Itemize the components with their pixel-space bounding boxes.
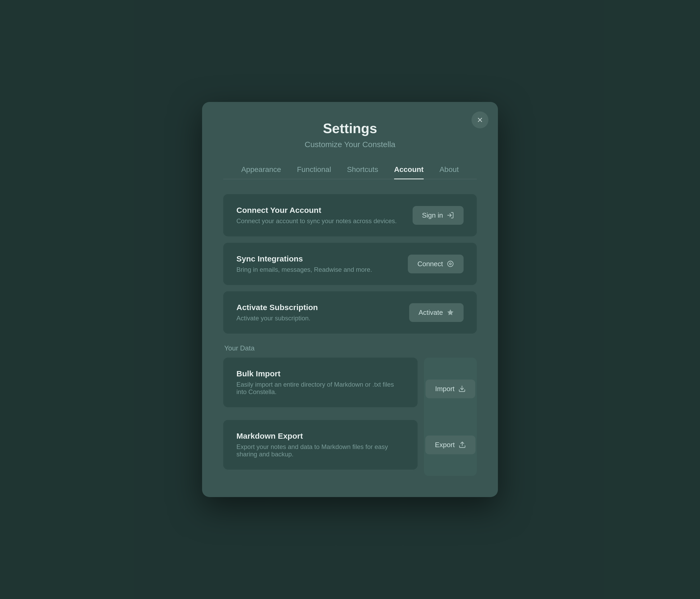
bulk-import-card: Bulk Import Easily import an entire dire… [223,357,418,407]
sign-in-label: Sign in [422,211,443,220]
card-text: Connect Your Account Connect your accoun… [236,206,397,225]
tab-account[interactable]: Account [394,165,424,179]
bulk-import-desc: Easily import an entire directory of Mar… [236,381,404,396]
svg-point-3 [448,261,453,267]
data-rows: Bulk Import Easily import an entire dire… [223,357,418,476]
svg-point-4 [450,263,451,265]
import-button[interactable]: Import [426,379,475,398]
data-actions-panel: Import Export [424,357,477,476]
sign-in-button[interactable]: Sign in [412,206,464,225]
tab-about[interactable]: About [440,165,459,179]
sign-in-icon [447,211,454,219]
activate-label: Activate [419,308,443,317]
plug-icon [447,260,454,268]
tab-shortcuts[interactable]: Shortcuts [347,165,378,179]
sync-integrations-desc: Bring in emails, messages, Readwise and … [236,266,372,273]
connect-label: Connect [417,260,443,268]
activate-subscription-desc: Activate your subscription. [236,315,318,322]
markdown-export-desc: Export your notes and data to Markdown f… [236,443,404,458]
modal-title: Settings [223,120,477,136]
data-section-grid: Bulk Import Easily import an entire dire… [223,357,477,476]
connect-account-title: Connect Your Account [236,206,397,215]
upload-icon [458,441,466,448]
modal-subtitle: Customize Your Constella [223,140,477,149]
sync-integrations-title: Sync Integrations [236,254,372,263]
activate-subscription-title: Activate Subscription [236,303,318,312]
star-icon [447,309,454,316]
card-text: Sync Integrations Bring in emails, messa… [236,254,372,273]
export-label: Export [435,441,455,449]
close-button[interactable] [472,111,489,128]
connect-account-desc: Connect your account to sync your notes … [236,217,397,225]
activate-subscription-card: Activate Subscription Activate your subs… [223,291,477,333]
tabs-nav: Appearance Functional Shortcuts Account … [223,165,477,179]
download-icon [458,385,466,393]
connect-button[interactable]: Connect [408,255,464,273]
import-label: Import [435,385,455,393]
modal-header: Settings Customize Your Constella [223,120,477,149]
your-data-label: Your Data [223,344,477,352]
tab-appearance[interactable]: Appearance [241,165,281,179]
bulk-import-title: Bulk Import [236,369,404,378]
markdown-export-title: Markdown Export [236,431,404,441]
tab-functional[interactable]: Functional [297,165,331,179]
settings-modal: Settings Customize Your Constella Appear… [202,102,498,497]
connect-account-card: Connect Your Account Connect your accoun… [223,194,477,236]
markdown-export-card: Markdown Export Export your notes and da… [223,420,418,470]
your-data-section: Your Data Bulk Import Easily import an e… [223,344,477,476]
card-text: Activate Subscription Activate your subs… [236,303,318,322]
activate-button[interactable]: Activate [409,303,464,322]
export-button[interactable]: Export [425,435,475,454]
sync-integrations-card: Sync Integrations Bring in emails, messa… [223,243,477,285]
